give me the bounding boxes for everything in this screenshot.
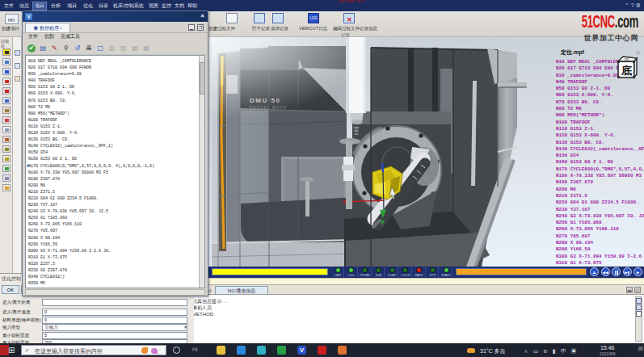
- svg-text:底: 底: [621, 65, 632, 77]
- svg-text:mf: mf: [625, 57, 629, 61]
